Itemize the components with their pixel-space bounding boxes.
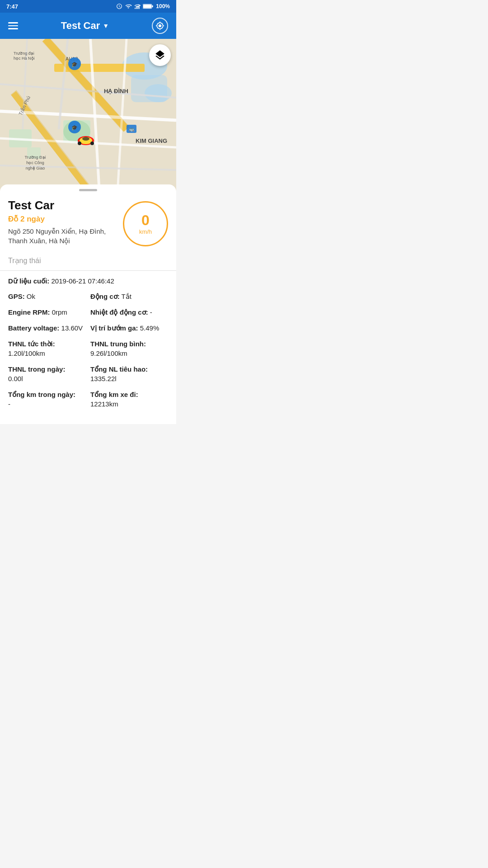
svg-rect-6 (143, 5, 151, 8)
title-dropdown-icon: ▼ (103, 22, 109, 29)
km-total-value: 12213km (90, 399, 168, 409)
signal-icon (134, 3, 141, 9)
vehicle-status: Đỗ 2 ngày (8, 214, 118, 224)
svg-text:🎓: 🎓 (71, 124, 78, 131)
last-data-row: Dữ liệu cuối: 2019-06-21 07:46:42 (8, 277, 168, 285)
vehicle-info-section: Test Car Đỗ 2 ngày Ngõ 250 Nguyễn Xiển, … (0, 194, 176, 253)
svg-text:Trường đại: Trường đại (14, 51, 34, 56)
svg-text:học Hà Nội: học Hà Nội (14, 56, 35, 61)
vehicle-name: Test Car (8, 198, 118, 212)
data-item-km-day: Tổng km trong ngày: - (8, 390, 86, 409)
fuel-avg-value: 9.26l/100km (90, 349, 168, 358)
km-day-value: - (8, 399, 86, 409)
vehicle-address: Ngõ 250 Nguyễn Xiển, Hạ Đình, Thanh Xuân… (8, 226, 108, 245)
wifi-icon (125, 3, 132, 9)
vehicle-details-left: Test Car Đỗ 2 ngày Ngõ 250 Nguyễn Xiển, … (8, 198, 118, 245)
location-target-icon (155, 21, 164, 30)
fuel-day-value: 0.00l (8, 374, 86, 383)
svg-point-46 (78, 142, 81, 145)
km-day-label: Tổng km trong ngày: (8, 390, 86, 399)
engine-status-value: Tắt (122, 292, 131, 300)
last-data-value: 2019-06-21 07:46:42 (52, 277, 114, 285)
svg-rect-0 (135, 8, 136, 9)
data-item-km-total: Tổng km xe đi: 12213km (90, 390, 168, 409)
data-item-fuel-day: THNL trong ngày: 0.00l (8, 364, 86, 383)
svg-rect-3 (139, 5, 140, 9)
svg-point-45 (82, 137, 89, 141)
status-time: 7:47 (6, 3, 18, 10)
fuel-total-label: Tổng NL tiêu hao: (90, 364, 168, 374)
my-location-button[interactable] (152, 18, 168, 34)
data-item-rpm: Engine RPM: 0rpm (8, 307, 86, 317)
sheet-handle (79, 189, 97, 191)
map-background: HẠ ĐÌNH KIM GIANG AH13 Trần Phú Trường Đ… (0, 39, 176, 193)
svg-text:🎓: 🎓 (71, 61, 78, 67)
data-item-gps: GPS: Ok (8, 292, 86, 301)
battery-value: 13.60V (61, 324, 83, 332)
speed-value: 0 (141, 213, 150, 227)
fuel-avg-label: THNL trung bình: (90, 339, 168, 349)
data-item-throttle: Vị trí bướm ga: 5.49% (90, 323, 168, 333)
battery-icon (143, 3, 154, 9)
svg-rect-1 (136, 7, 137, 9)
gps-value: Ok (27, 292, 35, 300)
throttle-value: 5.49% (140, 324, 160, 332)
status-bar: 7:47 100% (0, 0, 176, 13)
km-total-label: Tổng km xe đi: (90, 390, 168, 399)
svg-text:học Công: học Công (26, 160, 44, 165)
status-icons: 100% (116, 3, 170, 9)
bottom-sheet: Test Car Đỗ 2 ngày Ngõ 250 Nguyễn Xiển, … (0, 184, 176, 424)
svg-text:KIM GIANG: KIM GIANG (136, 137, 167, 144)
data-item-engine-temp: Nhiệt độ động cơ: - (90, 307, 168, 317)
data-item-fuel-total: Tổng NL tiêu hao: 1335.22l (90, 364, 168, 383)
header-title-text: Test Car (61, 20, 100, 32)
fuel-instant-label: THNL tức thời: (8, 339, 86, 349)
speed-unit: km/h (139, 228, 152, 235)
svg-text:HẠ ĐÌNH: HẠ ĐÌNH (104, 88, 128, 94)
sheet-handle-area[interactable] (0, 184, 176, 194)
speed-indicator: 0 km/h (123, 201, 168, 246)
svg-rect-10 (131, 75, 167, 102)
engine-temp-label: Nhiệt độ động cơ: (90, 308, 148, 316)
svg-point-47 (90, 142, 94, 145)
gps-label: GPS: (8, 292, 25, 300)
svg-text:Trường Đại: Trường Đại (24, 155, 46, 160)
trang-thai-row: Trạng thái (0, 253, 176, 271)
header-title-area[interactable]: Test Car ▼ (61, 20, 109, 32)
throttle-label: Vị trí bướm ga: (90, 324, 138, 332)
last-data-label: Dữ liệu cuối: (8, 277, 49, 285)
rpm-label: Engine RPM: (8, 308, 50, 316)
data-item-fuel-avg: THNL trung bình: 9.26l/100km (90, 339, 168, 358)
rpm-value: 0rpm (52, 308, 67, 316)
data-item-fuel-instant: THNL tức thời: 1.20l/100km (8, 339, 86, 358)
fuel-instant-value: 1.20l/100km (8, 349, 86, 358)
engine-temp-value: - (150, 308, 152, 316)
trang-thai-label: Trạng thái (8, 257, 41, 264)
svg-rect-2 (137, 6, 138, 9)
battery-label: Battery voltage: (8, 324, 59, 332)
layers-icon (154, 49, 166, 61)
svg-text:nghệ Giao: nghệ Giao (26, 166, 45, 170)
data-grid: GPS: Ok Động cơ: Tắt Engine RPM: 0rpm Nh… (8, 292, 168, 409)
fuel-total-value: 1335.22l (90, 374, 168, 383)
app-header: Test Car ▼ (0, 13, 176, 39)
engine-status-label: Động cơ: (90, 292, 120, 300)
fuel-day-label: THNL trong ngày: (8, 364, 86, 374)
data-section: Dữ liệu cuối: 2019-06-21 07:46:42 GPS: O… (0, 271, 176, 415)
alarm-icon (116, 3, 122, 9)
data-item-engine-status: Động cơ: Tắt (90, 292, 168, 301)
map-layer-button[interactable] (149, 44, 171, 66)
battery-percent: 100% (156, 3, 170, 9)
data-item-battery: Battery voltage: 13.60V (8, 323, 86, 333)
svg-rect-5 (152, 5, 153, 7)
menu-button[interactable] (8, 22, 18, 29)
map-view[interactable]: HẠ ĐÌNH KIM GIANG AH13 Trần Phú Trường Đ… (0, 39, 176, 193)
svg-text:🚌: 🚌 (129, 126, 135, 132)
